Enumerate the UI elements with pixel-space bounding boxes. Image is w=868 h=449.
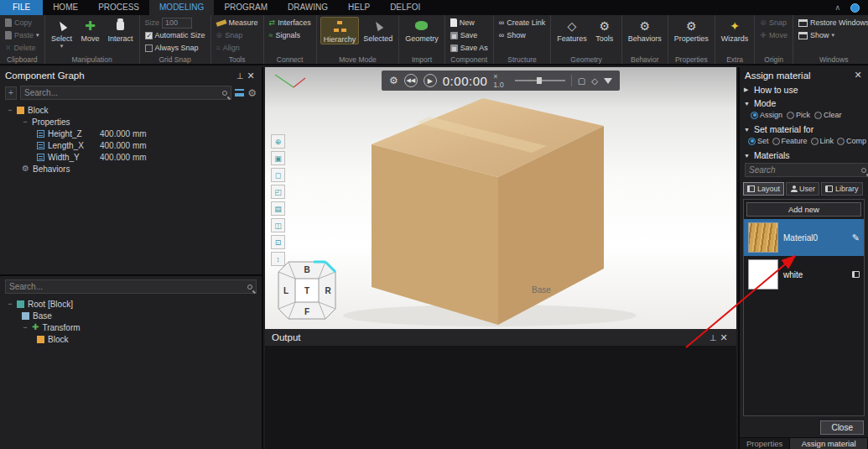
tab-process[interactable]: PROCESS [88, 0, 149, 15]
viewport-tool-wireframe-icon[interactable]: ◻ [271, 168, 285, 182]
mode-section[interactable]: ▼ Mode [740, 96, 868, 109]
link-radio[interactable]: Link [811, 137, 834, 145]
origin-move-button[interactable]: ✚Move [758, 29, 789, 41]
origin-snap-button[interactable]: ⊕Snap [758, 17, 789, 29]
measure-button[interactable]: Measure [215, 17, 260, 29]
view-cube-back[interactable]: B [304, 265, 309, 274]
delete-button[interactable]: ✕Delete [3, 42, 41, 54]
tree-node-behaviors[interactable]: ⚙Behaviors [0, 163, 262, 175]
user-avatar[interactable] [850, 3, 860, 13]
tab-program[interactable]: PROGRAM [214, 0, 278, 15]
tree-node-property[interactable]: Width_Y400.000 mm [0, 151, 262, 163]
copy-button[interactable]: Copy [3, 17, 41, 29]
move-button[interactable]: ✚ Move [77, 17, 104, 43]
tab-help[interactable]: HELP [338, 0, 380, 15]
restore-windows-button[interactable]: Restore Windows [797, 17, 868, 29]
mode-clear-radio[interactable]: Clear [814, 111, 842, 119]
how-to-use-section[interactable]: ▶ How to use [740, 82, 868, 96]
new-button[interactable]: New [449, 17, 490, 29]
view-cube[interactable]: B L T R F [277, 260, 337, 321]
paste-button[interactable]: Paste▾ [3, 29, 41, 41]
interact-button[interactable]: Interact [106, 17, 136, 43]
tree-node-root-block[interactable]: −Root [Block] [0, 298, 262, 310]
list-view-icon[interactable] [235, 89, 244, 97]
show-structure-button[interactable]: ∞Show [497, 29, 547, 41]
feature-radio[interactable]: Feature [772, 137, 808, 145]
tree-node-property[interactable]: Height_Z400.000 mm [0, 128, 262, 139]
viewport-tool-fill-view-icon[interactable]: ▣ [271, 151, 285, 165]
speed-slider[interactable] [515, 80, 565, 81]
hierarchy-button[interactable]: Hierarchy [320, 17, 360, 44]
wizards-button[interactable]: ✦ Wizards [719, 17, 751, 43]
simulation-settings-gear-icon[interactable]: ⚙ [389, 76, 398, 86]
pin-icon[interactable]: ⊥ [235, 71, 245, 81]
viewport-tool-expand-icon[interactable]: ⊕ [271, 134, 285, 149]
behaviors-button[interactable]: ⚙ Behaviors [626, 17, 664, 43]
show-windows-button[interactable]: Show▾ [797, 29, 868, 41]
properties-button[interactable]: ⚙ Properties [672, 17, 711, 43]
view-cube-top[interactable]: T [304, 286, 309, 295]
set-radio[interactable]: Set [748, 137, 769, 145]
output-body[interactable] [265, 346, 736, 449]
tree-settings-gear-icon[interactable]: ⚙ [247, 88, 257, 98]
select-button[interactable]: Select▾ [49, 17, 75, 48]
play-icon[interactable]: ▶ [424, 74, 437, 87]
tab-delfoi[interactable]: DELFOI [380, 0, 430, 15]
tab-layout[interactable]: Layout [743, 182, 784, 196]
snap-button[interactable]: ⊕Snap [215, 29, 260, 41]
mode-assign-radio[interactable]: Assign [751, 111, 782, 119]
component-radio[interactable]: Comp [837, 137, 866, 145]
tree-node-block[interactable]: −Block [0, 104, 262, 116]
edit-material-icon[interactable]: ✎ [852, 232, 860, 243]
filter-icon[interactable] [604, 78, 612, 84]
close-button[interactable]: Close [820, 420, 864, 435]
signals-button[interactable]: ≈Signals [268, 29, 313, 41]
tab-home[interactable]: HOME [43, 0, 88, 15]
tab-properties[interactable]: Properties [740, 438, 790, 449]
material-row-material0[interactable]: Material0 ✎ [744, 219, 864, 256]
save-as-button[interactable]: Save As [449, 42, 490, 54]
close-icon[interactable]: ✕ [245, 70, 257, 81]
set-material-for-section[interactable]: ▼ Set material for [740, 122, 868, 135]
features-button[interactable]: ◇ Features [554, 17, 590, 43]
material-row-white[interactable]: white [744, 256, 864, 293]
view-cube-right[interactable]: R [325, 286, 330, 295]
tab-file[interactable]: FILE [0, 0, 43, 15]
materials-search[interactable] [745, 163, 868, 177]
align-button[interactable]: ≡Align [215, 42, 260, 54]
add-new-button[interactable]: Add new [746, 202, 861, 217]
mode-pick-radio[interactable]: Pick [787, 111, 810, 119]
tab-library[interactable]: Library [821, 182, 863, 196]
component-graph-search[interactable] [20, 86, 231, 100]
collapse-ribbon-icon[interactable]: ∧ [834, 3, 840, 12]
3d-viewport[interactable]: Base ⚙ ◀◀ ▶ 0:00:00 × 1.0 ▢ ◇ ⊕ ▣ ◻ ◰ ▤ … [265, 67, 736, 329]
viewport-tool-split-icon[interactable]: ◫ [271, 218, 285, 232]
tree-node-block-child[interactable]: Block [0, 333, 262, 345]
tree-node-properties[interactable]: −Properties [0, 116, 262, 128]
view-cube-front[interactable]: F [304, 307, 309, 316]
automatic-size-checkbox[interactable]: Automatic Size [143, 29, 207, 41]
render-image-icon[interactable]: ▢ [578, 76, 585, 86]
tree-options-icon[interactable]: + [5, 86, 17, 100]
visibility-diamond-icon[interactable]: ◇ [591, 76, 598, 86]
geometry-import-button[interactable]: Geometry [403, 17, 441, 43]
tab-modeling[interactable]: MODELING [149, 0, 214, 15]
viewport-tool-snapshot-icon[interactable]: ⊡ [271, 235, 285, 249]
materials-section[interactable]: ▼ Materials [740, 148, 868, 161]
viewport-tool-camera-icon[interactable]: ◰ [271, 185, 285, 199]
always-snap-checkbox[interactable]: Always Snap [143, 42, 207, 54]
save-button[interactable]: Save [449, 29, 490, 41]
viewport-tool-grid-icon[interactable]: ▤ [271, 201, 285, 216]
view-cube-left[interactable]: L [283, 286, 288, 295]
materials-search-input[interactable] [749, 165, 861, 175]
geometry-tools-button[interactable]: ⚙ Tools [591, 17, 618, 43]
node-tree-search[interactable] [5, 279, 257, 294]
tab-drawing[interactable]: DRAWING [278, 0, 338, 15]
component-graph-search-input[interactable] [24, 88, 222, 97]
tab-assign-material[interactable]: Assign material [790, 438, 868, 449]
selected-button[interactable]: Selected [361, 17, 395, 43]
node-tree-search-input[interactable] [9, 282, 247, 291]
tab-user[interactable]: User [786, 182, 819, 196]
create-link-button[interactable]: ∞Create Link [497, 17, 547, 29]
tree-node-base[interactable]: Base [0, 310, 262, 321]
